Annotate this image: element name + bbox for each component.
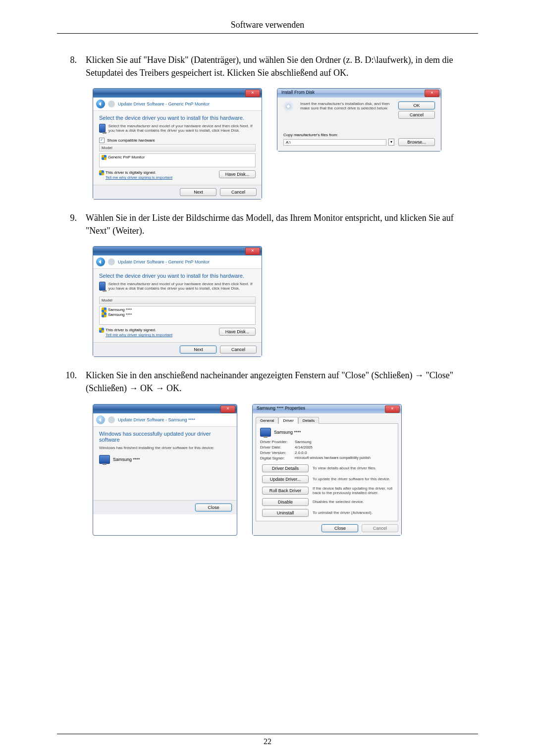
uninstall-button[interactable]: Uninstall <box>262 509 309 517</box>
driver-details-desc: To view details about the driver files. <box>313 466 376 470</box>
close-icon[interactable]: × <box>245 90 260 97</box>
browse-button[interactable]: Browse... <box>398 138 435 146</box>
device-name: Samsung **** <box>274 430 301 435</box>
back-icon[interactable] <box>96 100 105 108</box>
dialog-subtext: Select the manufacturer and model of you… <box>108 282 256 291</box>
tab-details[interactable]: Details <box>298 417 319 424</box>
dialog-device-properties: Samsung **** Properties × General Driver… <box>252 404 402 536</box>
dialog-select-driver-1: × Update Driver Software - Generic PnP M… <box>93 88 262 200</box>
close-button[interactable]: Close <box>321 524 358 532</box>
dialog-heading: Windows has successfully updated your dr… <box>99 431 231 443</box>
version-key: Driver Version: <box>260 451 295 455</box>
tab-driver[interactable]: Driver <box>278 417 298 424</box>
back-icon <box>96 415 105 424</box>
monitor-icon <box>260 428 271 437</box>
signed-label: This driver is digitally signed. <box>106 170 156 175</box>
dialog-update-success: × Update Driver Software - Samsung **** … <box>93 404 237 536</box>
dialog-heading: Select the device driver you want to ins… <box>99 115 256 121</box>
step-10: 10. Klicken Sie in den anschießend nache… <box>57 369 478 395</box>
step-8-number: 8. <box>57 53 86 79</box>
shield-icon <box>102 307 107 312</box>
device-name: Samsung **** <box>113 457 140 462</box>
close-icon[interactable]: × <box>220 405 235 413</box>
date-value: 4/14/2005 <box>295 445 313 450</box>
dialog-title: Samsung **** Properties <box>257 405 305 410</box>
forward-icon <box>108 101 115 107</box>
step-9-number: 9. <box>57 211 86 237</box>
back-icon[interactable] <box>96 257 105 266</box>
have-disk-button[interactable]: Have Disk... <box>219 170 256 178</box>
close-icon[interactable]: × <box>425 90 439 97</box>
update-driver-desc: To update the driver software for this d… <box>313 477 390 481</box>
signer-value: microsoft windows hardware compatibility… <box>295 456 371 460</box>
model-row[interactable]: Generic PnP Monitor <box>108 155 145 159</box>
next-button[interactable]: Next <box>180 346 216 353</box>
breadcrumb: Update Driver Software - Samsung **** <box>118 417 195 422</box>
uninstall-desc: To uninstall the driver (Advanced). <box>313 510 373 515</box>
monitor-icon <box>99 124 106 133</box>
signing-info-link[interactable]: Tell me why driver signing is important <box>106 175 217 180</box>
step-10-text: Klicken Sie in den anschießend nacheinan… <box>86 369 478 395</box>
forward-icon <box>108 258 115 265</box>
breadcrumb: Update Driver Software - Generic PnP Mon… <box>118 101 210 106</box>
step-8-text: Klicken Sie auf "Have Disk" (Datenträger… <box>86 53 478 79</box>
shield-icon <box>102 312 107 317</box>
signed-label: This driver is digitally signed. <box>106 328 156 332</box>
step-9: 9. Wählen Sie in der Liste der Bildschir… <box>57 211 478 237</box>
have-disk-button[interactable]: Have Disk... <box>219 328 256 336</box>
model-list[interactable]: Generic PnP Monitor <box>99 153 256 167</box>
breadcrumb: Update Driver Software - Generic PnP Mon… <box>118 259 210 264</box>
shield-icon <box>99 328 104 333</box>
cancel-button[interactable]: Cancel <box>220 188 257 196</box>
cancel-button[interactable]: Cancel <box>220 346 257 353</box>
signing-info-link[interactable]: Tell me why driver signing is important <box>106 333 217 337</box>
update-driver-button[interactable]: Update Driver... <box>262 475 309 483</box>
monitor-icon <box>99 455 110 464</box>
provider-key: Driver Provider: <box>260 440 295 444</box>
dialog-subtext: Select the manufacturer and model of you… <box>108 124 256 133</box>
signer-key: Digital Signer: <box>260 456 295 460</box>
rollback-driver-button[interactable]: Roll Back Driver <box>262 487 309 495</box>
install-message: Insert the manufacturer's installation d… <box>300 101 392 119</box>
show-compatible-label: Show compatible hardware <box>107 138 155 143</box>
driver-details-button[interactable]: Driver Details <box>262 464 309 472</box>
disc-icon <box>283 101 293 111</box>
dialog-select-driver-2: × Update Driver Software - Generic PnP M… <box>93 246 262 357</box>
provider-value: Samsung <box>295 440 312 444</box>
date-key: Driver Date: <box>260 445 295 450</box>
tab-general[interactable]: General <box>256 417 278 424</box>
model-list[interactable]: Samsung **** Samsung **** <box>99 306 256 325</box>
copy-from-label: Copy manufacturer's files from: <box>283 133 435 137</box>
page-header: Software verwenden <box>57 20 478 34</box>
dialog-heading: Select the device driver you want to ins… <box>99 273 256 279</box>
monitor-icon <box>99 282 106 291</box>
step-8: 8. Klicken Sie auf "Have Disk" (Datenträ… <box>57 53 478 79</box>
cancel-button: Cancel <box>362 524 398 532</box>
page-number: 22 <box>57 734 478 746</box>
model-row[interactable]: Samsung **** <box>108 307 132 312</box>
path-input[interactable]: A:\ <box>283 139 386 146</box>
dialog-install-from-disk: Install From Disk × Insert the manufactu… <box>277 88 441 151</box>
ok-button[interactable]: OK <box>398 101 435 109</box>
close-button[interactable]: Close <box>195 504 232 511</box>
model-row[interactable]: Samsung **** <box>108 312 132 317</box>
shield-icon <box>99 170 104 175</box>
rollback-driver-desc: If the device fails after updating the d… <box>313 486 394 495</box>
shield-icon <box>102 155 107 160</box>
dialog-subtext: Windows has finished installing the driv… <box>99 446 231 450</box>
cancel-button[interactable]: Cancel <box>398 111 435 119</box>
step-9-text: Wählen Sie in der Liste der Bildschirme … <box>86 211 478 237</box>
step-10-number: 10. <box>57 369 86 395</box>
disable-desc: Disables the selected device. <box>313 500 364 504</box>
close-icon[interactable]: × <box>245 248 260 255</box>
disable-button[interactable]: Disable <box>262 498 309 506</box>
model-column-header: Model <box>99 297 256 304</box>
close-icon[interactable]: × <box>385 405 400 413</box>
version-value: 2.0.0.0 <box>295 451 307 455</box>
path-dropdown-icon[interactable]: ▾ <box>388 139 394 146</box>
model-column-header: Model <box>99 144 256 151</box>
forward-icon <box>108 416 115 423</box>
show-compatible-checkbox[interactable] <box>99 138 105 143</box>
dialog-title: Install From Disk <box>281 90 315 95</box>
next-button[interactable]: Next <box>180 188 216 196</box>
